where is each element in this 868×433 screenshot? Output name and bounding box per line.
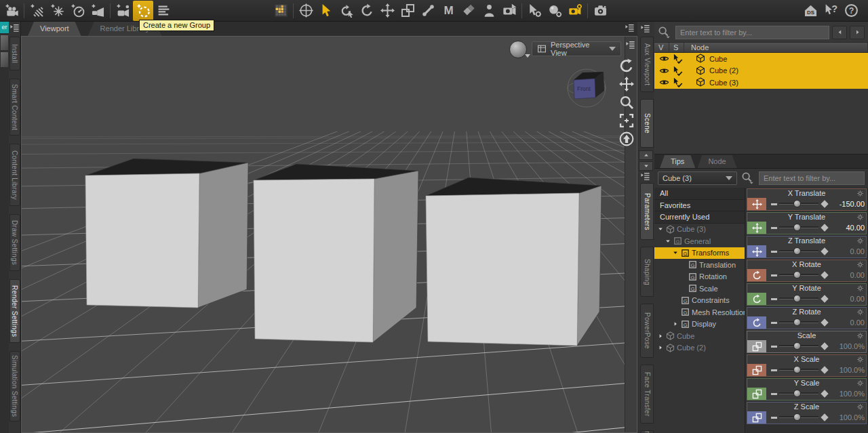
docked-pane-badge[interactable]: er <box>0 22 9 33</box>
search-icon[interactable] <box>741 171 756 185</box>
right-tab-aux-viewport[interactable]: Aux Viewport <box>640 37 654 92</box>
viewport-3d[interactable]: Perspective View Front <box>21 36 637 433</box>
param-filter-currently-used[interactable]: Currently Used <box>654 211 745 224</box>
active-pose-tool-icon[interactable] <box>357 1 377 21</box>
slider-decrement-button[interactable] <box>771 322 777 324</box>
slider-increment-button[interactable] <box>821 413 828 421</box>
slider-decrement-button[interactable] <box>771 346 777 348</box>
pane-menu-icon[interactable] <box>640 24 651 35</box>
gear-icon[interactable] <box>856 237 864 245</box>
param-filter-favorites[interactable]: Favorites <box>654 200 745 212</box>
scroll-down-button[interactable] <box>639 161 653 171</box>
node-tool-settings-icon[interactable] <box>524 1 545 21</box>
param-group-display[interactable]: GDisplay <box>654 318 745 331</box>
slider-track[interactable] <box>779 293 818 305</box>
slider-decrement-button[interactable] <box>771 251 777 253</box>
left-tab-install[interactable]: Install <box>9 37 20 70</box>
camera-selection-tool-icon[interactable] <box>499 1 519 21</box>
slider-decrement-button[interactable] <box>771 203 777 205</box>
visibility-eye-icon[interactable] <box>659 77 669 87</box>
slider-thumb[interactable] <box>793 224 801 231</box>
slider-track[interactable] <box>779 269 818 281</box>
rotate-selection-tool-icon[interactable] <box>336 1 357 21</box>
slider-value[interactable]: 100.0% <box>831 390 865 398</box>
visibility-eye-icon[interactable] <box>659 54 669 64</box>
camera-view-dropdown[interactable]: Perspective View <box>532 41 621 56</box>
slider-decrement-button[interactable] <box>771 369 777 371</box>
gear-icon[interactable] <box>856 190 864 197</box>
render-settings-shortcut-icon[interactable] <box>565 1 585 21</box>
right-tab-ng[interactable]: ng <box>640 430 654 433</box>
right-tab-face-transfer[interactable]: Face Transfer <box>640 365 654 424</box>
param-group-cube-2[interactable]: Cube (2) <box>654 342 745 354</box>
right-tab-parameters[interactable]: Parameters <box>640 183 654 240</box>
slider-thumb[interactable] <box>793 390 801 397</box>
gear-icon[interactable] <box>856 379 864 387</box>
slider-decrement-button[interactable] <box>771 227 777 229</box>
create-distant-light-icon[interactable] <box>26 1 47 21</box>
slider-thumb[interactable] <box>793 366 801 373</box>
tree-collapse-icon[interactable] <box>672 249 679 256</box>
pane-menu-icon[interactable] <box>640 171 651 182</box>
slider-thumb[interactable] <box>793 318 801 326</box>
left-tab-content-library[interactable]: Content Library <box>9 144 20 206</box>
column-node[interactable]: Node <box>684 43 868 52</box>
viewport-pane-menu-icon[interactable] <box>625 23 636 35</box>
gear-icon[interactable] <box>856 308 864 316</box>
create-spotlight-icon[interactable] <box>87 1 108 21</box>
slider-track[interactable] <box>779 245 818 257</box>
tree-expand-icon[interactable] <box>657 333 664 339</box>
slider-decrement-button[interactable] <box>771 298 777 300</box>
create-point-light-icon[interactable] <box>47 1 67 21</box>
viewport-options-icon[interactable] <box>625 40 636 51</box>
gear-icon[interactable] <box>856 261 864 268</box>
selectable-cursor-icon[interactable] <box>673 54 683 64</box>
slider-value[interactable]: 0.00 <box>831 271 865 279</box>
param-group-mesh-resolution[interactable]: GMesh Resolution <box>654 306 745 318</box>
create-gauge-light-icon[interactable] <box>67 1 87 21</box>
slider-value[interactable]: 0.00 <box>831 318 865 327</box>
param-group-cube[interactable]: Cube <box>654 330 745 342</box>
slider-increment-button[interactable] <box>821 200 828 207</box>
node-selection-tool-icon[interactable] <box>316 1 336 21</box>
drawstyle-sphere-button[interactable] <box>509 41 527 58</box>
geometry-editor-tool-icon[interactable]: M <box>438 1 458 21</box>
param-group-cube-3[interactable]: Cube (3) <box>654 224 745 236</box>
slider-thumb[interactable] <box>793 247 801 255</box>
gear-icon[interactable] <box>856 332 864 339</box>
gear-icon[interactable] <box>856 403 864 411</box>
slider-track[interactable] <box>779 411 818 424</box>
surface-selection-tool-icon[interactable] <box>458 1 479 21</box>
slider-value[interactable]: -150.00 <box>831 200 865 208</box>
slider-value[interactable]: 0.00 <box>831 295 865 303</box>
param-group-transforms[interactable]: GTransforms <box>654 247 745 260</box>
slider-increment-button[interactable] <box>821 271 828 279</box>
scale-tool-icon[interactable] <box>397 1 418 21</box>
slider-increment-button[interactable] <box>821 295 828 302</box>
selectable-cursor-icon[interactable] <box>673 66 683 76</box>
param-group-translation[interactable]: GTranslation <box>654 259 745 271</box>
gear-icon[interactable] <box>856 285 864 292</box>
scroll-up-button[interactable] <box>639 150 653 160</box>
param-group-scale[interactable]: GScale <box>654 283 745 295</box>
parameters-filter-input[interactable] <box>759 171 865 185</box>
right-tab-scene[interactable]: Scene <box>640 99 654 148</box>
slider-increment-button[interactable] <box>821 342 828 350</box>
slider-track[interactable] <box>779 340 818 352</box>
left-tab-simulation-settings[interactable]: Simulation Settings <box>9 351 20 421</box>
slider-increment-button[interactable] <box>821 318 828 326</box>
slider-increment-button[interactable] <box>821 366 828 373</box>
left-tab-render-settings[interactable]: Render Settings <box>9 279 20 343</box>
viewport-layout-grid-icon[interactable] <box>271 1 291 21</box>
left-tab-draw-settings[interactable]: Draw Settings <box>9 214 20 271</box>
left-tab-smart-content[interactable]: Smart Content <box>9 79 20 136</box>
create-projector-icon[interactable] <box>113 1 133 21</box>
tree-collapse-icon[interactable] <box>665 238 671 245</box>
node-selector-dropdown[interactable]: Cube (3) <box>658 171 737 185</box>
gear-icon[interactable] <box>856 356 864 363</box>
slider-decrement-button[interactable] <box>771 274 777 276</box>
slider-thumb[interactable] <box>793 271 801 279</box>
tab-node[interactable]: Node <box>697 155 736 168</box>
help-icon[interactable]: ? <box>841 1 861 21</box>
tab-viewport[interactable]: Viewport <box>28 22 81 36</box>
